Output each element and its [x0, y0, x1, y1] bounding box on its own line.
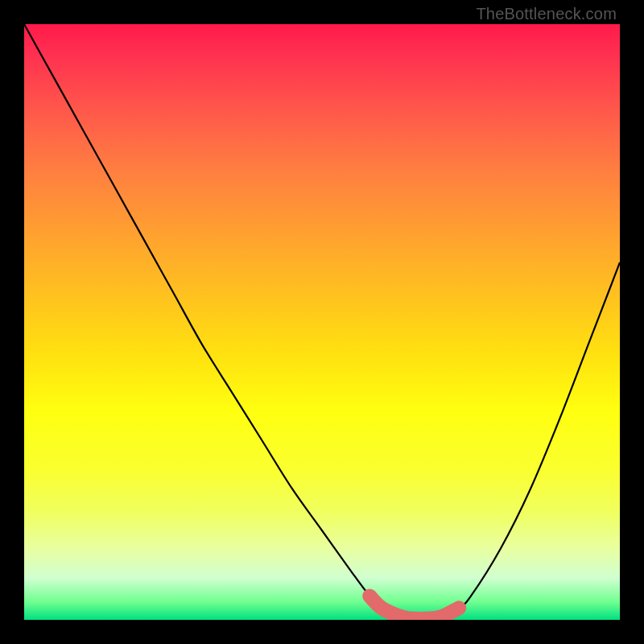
bottleneck-curve: [24, 24, 620, 619]
watermark-text: TheBottleneck.com: [476, 5, 617, 23]
optimal-zone-marker: [369, 596, 459, 618]
